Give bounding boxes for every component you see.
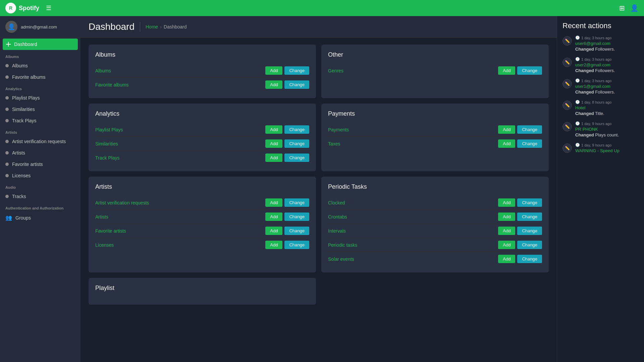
recent-action-text: Changed Title. [575,111,639,116]
track-plays-link[interactable]: Track Plays [95,155,120,161]
dot-icon [5,174,9,177]
genres-add-button[interactable]: Add [498,66,515,75]
favorite-albums-actions: Add Change [265,80,309,89]
genres-link[interactable]: Genres [328,68,343,73]
taxes-change-button[interactable]: Change [517,139,542,148]
recent-edit-icon: ✏️ [562,79,572,88]
recent-content: 🕐 1 day, 3 hours ago user1@gmail.com Cha… [575,78,639,95]
solar-events-add-button[interactable]: Add [498,255,515,263]
sidebar-item-albums[interactable]: Albums [0,60,80,71]
sidebar-item-licenses[interactable]: Licenses [0,170,80,181]
recent-edit-icon: ✏️ [562,143,572,153]
sidebar-playlist-plays-label: Playlist Plays [12,95,40,101]
table-row: Favorite albums Add Change [95,78,309,92]
licenses-link[interactable]: Licenses [95,242,114,248]
sidebar-item-tracks[interactable]: Tracks [0,191,80,202]
artists-change-button[interactable]: Change [284,213,309,221]
sidebar-item-track-plays[interactable]: Track Plays [0,115,80,126]
user-icon[interactable]: 👤 [630,4,639,12]
sidebar-item-groups[interactable]: 👥 Groups [0,212,80,224]
track-plays-add-button[interactable]: Add [265,154,282,162]
similarities-add-button[interactable]: Add [265,139,282,148]
intervals-link[interactable]: Intervals [328,228,346,234]
sidebar-item-artist-verification[interactable]: Artist verification requests [0,136,80,147]
recent-action-text: Changed Followers. [575,68,639,73]
sidebar-similarities-label: Similarities [12,107,35,112]
periodic-tasks-link[interactable]: Periodic tasks [328,242,357,248]
playlist-plays-change-button[interactable]: Change [284,125,309,134]
favorite-artists-change-button[interactable]: Change [284,227,309,235]
favorite-artists-link[interactable]: Favorite artists [95,228,126,234]
card-periodic-tasks: Periodic Tasks Clocked Add Change Cronta… [321,177,549,273]
recent-user[interactable]: user6@gmail.com [575,41,639,46]
playlist-plays-add-button[interactable]: Add [265,125,282,134]
artists-add-button[interactable]: Add [265,213,282,221]
solar-events-link[interactable]: Solar events [328,256,354,262]
favorite-albums-change-button[interactable]: Change [284,80,309,89]
albums-change-button[interactable]: Change [284,66,309,75]
favorite-albums-link[interactable]: Favorite albums [95,82,129,87]
favorite-artists-add-button[interactable]: Add [265,227,282,235]
recent-user[interactable]: WARNING - Speed Up [575,148,639,153]
clocked-actions: Add Change [498,198,542,207]
sidebar-item-dashboard[interactable]: Dashboard [3,39,78,50]
recent-user[interactable]: Hotel [575,105,639,110]
solar-events-change-button[interactable]: Change [517,255,542,263]
sidebar-item-favorite-albums[interactable]: Favorite albums [0,71,80,83]
track-plays-change-button[interactable]: Change [284,154,309,162]
clocked-link[interactable]: Clocked [328,200,345,205]
artist-verification-link[interactable]: Artist verification requests [95,200,149,205]
sidebar-dashboard-label: Dashboard [14,42,37,47]
favorite-albums-add-button[interactable]: Add [265,80,282,89]
payments-link[interactable]: Payments [328,127,349,132]
intervals-change-button[interactable]: Change [517,227,542,235]
dot-icon [5,64,9,67]
albums-add-button[interactable]: Add [265,66,282,75]
taxes-link[interactable]: Taxes [328,141,340,146]
clocked-add-button[interactable]: Add [498,198,515,207]
intervals-add-button[interactable]: Add [498,227,515,235]
taxes-add-button[interactable]: Add [498,139,515,148]
periodic-tasks-add-button[interactable]: Add [498,241,515,249]
grid-icon[interactable]: ⊞ [619,4,625,12]
similarities-link[interactable]: Similarities [95,141,118,146]
solar-events-actions: Add Change [498,255,542,263]
recent-time: 🕐 1 day, 3 hours ago [575,36,639,40]
card-analytics: Analytics Playlist Plays Add Change Simi… [89,104,316,171]
card-other-title: Other [328,51,542,58]
table-row: Artist verification requests Add Change [95,196,309,210]
sidebar-item-similarities[interactable]: Similarities [0,104,80,115]
crontabs-add-button[interactable]: Add [498,213,515,221]
playlist-plays-link[interactable]: Playlist Plays [95,127,123,132]
hamburger-icon[interactable]: ☰ [46,4,51,12]
genres-change-button[interactable]: Change [517,66,542,75]
clock-icon: 🕐 [575,143,580,147]
crontabs-change-button[interactable]: Change [517,213,542,221]
recent-user[interactable]: PR PHONK [575,127,639,132]
clocked-change-button[interactable]: Change [517,198,542,207]
sidebar-item-favorite-artists[interactable]: Favorite artists [0,159,80,170]
genres-actions: Add Change [498,66,542,75]
licenses-add-button[interactable]: Add [265,241,282,249]
card-playlist: Playlist [89,278,316,305]
crontabs-link[interactable]: Crontabs [328,214,347,220]
sidebar-item-artists[interactable]: Artists [0,147,80,159]
sidebar-albums-label: Albums [12,63,28,68]
sidebar-item-playlist-plays[interactable]: Playlist Plays [0,92,80,104]
recent-user[interactable]: user1@gmail.com [575,84,639,89]
periodic-tasks-change-button[interactable]: Change [517,241,542,249]
clock-icon: 🕐 [575,57,580,61]
sidebar-tracks-label: Tracks [12,194,26,199]
artist-verification-change-button[interactable]: Change [284,198,309,207]
table-row: Similarities Add Change [95,137,309,151]
artist-verification-add-button[interactable]: Add [265,198,282,207]
recent-user[interactable]: user2@gmail.com [575,62,639,67]
licenses-change-button[interactable]: Change [284,241,309,249]
payments-change-button[interactable]: Change [517,125,542,134]
payments-add-button[interactable]: Add [498,125,515,134]
sidebar-section-analytics: Analytics [0,83,80,92]
breadcrumb-home[interactable]: Home [146,24,158,29]
similarities-change-button[interactable]: Change [284,139,309,148]
albums-link[interactable]: Albums [95,68,111,73]
artists-link[interactable]: Artists [95,214,108,220]
